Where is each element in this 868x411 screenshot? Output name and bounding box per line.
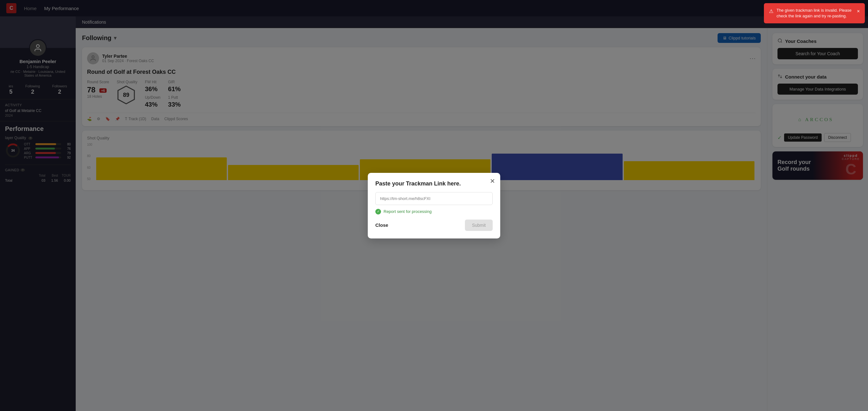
trackman-link-input[interactable] [375,192,493,205]
error-toast: ⚠ The given trackman link is invalid. Pl… [764,3,865,23]
modal-title: Paste your Trackman Link here. [375,181,493,187]
warning-icon: ⚠ [769,8,773,15]
modal-actions: Close Submit [375,220,493,231]
modal-success-message: ✓ Report sent for processing [375,209,493,215]
success-check-icon: ✓ [375,209,381,215]
modal-close-button[interactable]: Close [375,222,388,228]
modal-submit-button[interactable]: Submit [465,220,493,231]
modal-close-x-button[interactable]: ✕ [490,178,495,184]
modal-overlay[interactable]: Paste your Trackman Link here. ✕ ✓ Repor… [0,0,868,411]
modal-success-text: Report sent for processing [383,209,432,214]
toast-message: The given trackman link is invalid. Plea… [777,7,854,19]
toast-close-button[interactable]: × [857,8,860,15]
trackman-modal: Paste your Trackman Link here. ✕ ✓ Repor… [368,173,500,239]
